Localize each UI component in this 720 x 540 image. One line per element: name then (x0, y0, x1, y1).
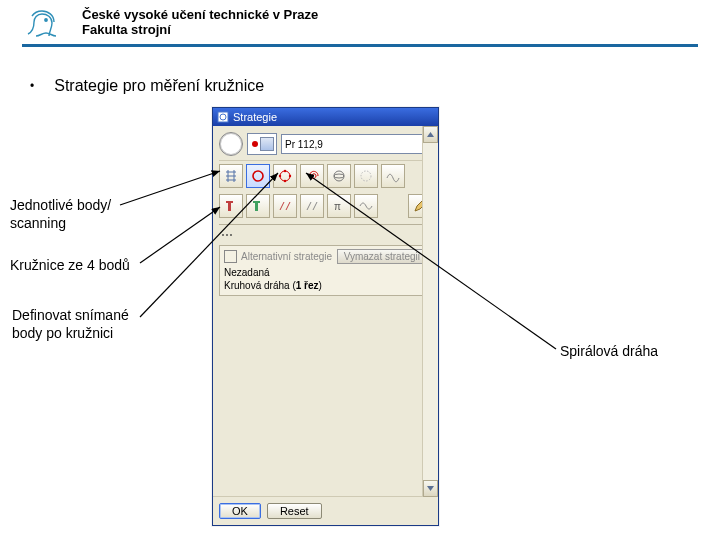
bullet-row: • Strategie pro měření kružnice (30, 77, 264, 95)
strategy-list-line2: Kruhová dráha (1 řez) (224, 280, 427, 293)
tool-row-1 (219, 160, 432, 191)
dots-circle-icon[interactable] (354, 164, 378, 188)
annotation-spiral-text: Spirálová dráha (560, 343, 658, 359)
strategy-list: Nezadaná Kruhová dráha (1 řez) (224, 267, 427, 292)
grid-icon[interactable] (219, 164, 243, 188)
scroll-down-button[interactable] (423, 480, 438, 497)
header-line-1: České vysoké učení technické v Praze (82, 8, 318, 23)
slide-header: České vysoké učení technické v Praze Fak… (0, 0, 720, 44)
annotation-points-scanning: Jednotlivé body/ scanning (10, 197, 111, 232)
annotation-define-points-l1: Definovat snímané (12, 307, 129, 323)
nudge-icon[interactable] (273, 194, 297, 218)
dialog-button-bar: OK Reset (213, 496, 438, 525)
t2-icon[interactable] (246, 194, 270, 218)
dialog-titlebar[interactable]: Strategie (213, 108, 438, 126)
red-dot-icon (252, 141, 258, 147)
pi-icon[interactable]: π (327, 194, 351, 218)
strategy-combo[interactable] (247, 133, 277, 155)
svg-rect-20 (253, 201, 260, 203)
svg-line-22 (120, 171, 220, 205)
pr-readout: Pr 112,9 (281, 134, 432, 154)
scroll-track[interactable] (423, 142, 438, 481)
svg-point-16 (361, 171, 371, 181)
svg-line-23 (140, 207, 220, 263)
spiral-icon[interactable] (300, 164, 324, 188)
svg-point-8 (253, 171, 263, 181)
svg-point-15 (334, 174, 344, 178)
scroll-up-button[interactable] (423, 126, 438, 143)
node-circle-icon[interactable] (273, 164, 297, 188)
reset-button[interactable]: Reset (267, 503, 322, 519)
svg-point-12 (284, 180, 286, 182)
annotation-define-points-l2: body po kružnici (12, 325, 129, 343)
alt-strategy-row: Alternativní strategie Vymazat strategii (224, 249, 427, 264)
alt-strategy-checkbox[interactable] (224, 250, 237, 263)
annotation-define-points: Definovat snímané body po kružnici (12, 307, 129, 342)
annotation-points-scanning-l2: scanning (10, 215, 111, 233)
strategy-dialog: Strategie Pr 112,9 (212, 107, 439, 526)
ellipsis-icon: ⋯ (221, 228, 432, 242)
divider (219, 224, 432, 225)
sphere-icon[interactable] (327, 164, 351, 188)
app-icon (217, 111, 229, 123)
svg-rect-18 (226, 201, 233, 203)
svg-point-11 (289, 175, 291, 177)
svg-point-14 (334, 171, 344, 181)
t1-icon[interactable] (219, 194, 243, 218)
annotation-points-scanning-l1: Jednotlivé body/ (10, 197, 111, 213)
nudge2-icon[interactable] (300, 194, 324, 218)
reset-strategy-button[interactable]: Vymazat strategii (337, 249, 427, 264)
dialog-scrollbar[interactable] (422, 126, 438, 497)
header-row: Pr 112,9 (219, 132, 432, 156)
bullet-dot: • (30, 80, 34, 92)
dialog-title: Strategie (233, 111, 277, 123)
strategy-panel: Alternativní strategie Vymazat strategii… (219, 245, 432, 296)
annotation-spiral: Spirálová dráha (560, 343, 658, 361)
annotation-circle-4pts: Kružnice ze 4 bodů (10, 257, 130, 275)
svg-point-10 (284, 170, 286, 172)
dialog-body: Pr 112,9 π ⋯ (213, 126, 438, 496)
svg-point-0 (45, 19, 47, 21)
header-text: České vysoké učení technické v Praze Fak… (82, 8, 318, 38)
bullet-title: Strategie pro měření kružnice (54, 77, 264, 95)
annotation-circle-4pts-text: Kružnice ze 4 bodů (10, 257, 130, 273)
svg-point-13 (279, 175, 281, 177)
slide-content: • Strategie pro měření kružnice Jednotli… (0, 47, 720, 531)
tool-row-2: π (219, 191, 432, 221)
wave-icon[interactable] (381, 164, 405, 188)
svg-text:π: π (334, 201, 341, 212)
pr-value: Pr 112,9 (285, 139, 323, 150)
wave2-icon[interactable] (354, 194, 378, 218)
feature-circle-icon (219, 132, 243, 156)
strategy-list-line1: Nezadaná (224, 267, 427, 280)
svg-point-9 (280, 171, 290, 181)
alt-strategy-label: Alternativní strategie (241, 251, 332, 262)
cvut-lion-logo (22, 6, 66, 40)
header-line-2: Fakulta strojní (82, 23, 318, 38)
red-circle-icon[interactable] (246, 164, 270, 188)
ok-button[interactable]: OK (219, 503, 261, 519)
